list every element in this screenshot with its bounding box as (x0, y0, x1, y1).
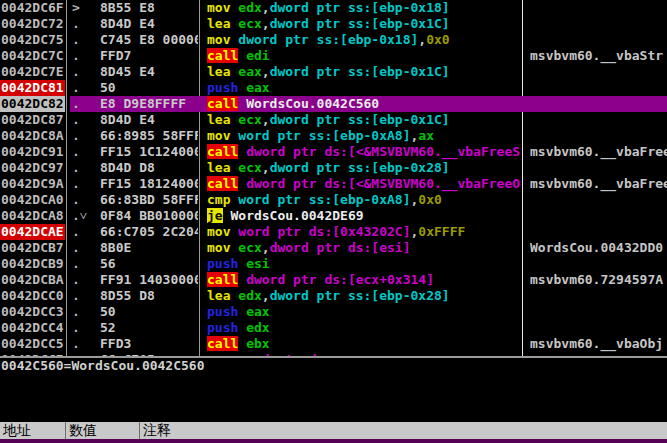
opcode-bytes-cell: 8D55 D8 (100, 288, 198, 304)
disassembly-pane[interactable]: 0042DC6F>8B55 E8mov edx,dword ptr ss:[eb… (0, 0, 667, 356)
comment-cell (530, 112, 667, 128)
instruction-token: ebx (246, 336, 269, 351)
disasm-row[interactable]: 0042DCC0.8D55 D8lea edx,dword ptr ss:[eb… (0, 288, 667, 304)
opcode-bytes-cell: FF15 18124000 (100, 176, 198, 192)
analysis-mark: . (72, 192, 98, 208)
instruction-token: dword ptr ds:[ecx+0x314] (246, 272, 434, 287)
footer-column-address[interactable]: 地址 (0, 422, 65, 439)
instruction-token: dword ptr ds:[<&MSVBVM60.__vbaFreeStr>] (246, 144, 521, 159)
disasm-row[interactable]: 0042DCC7.66:C705mov word ptr ds: (0, 352, 667, 356)
analysis-mark: . (72, 32, 98, 48)
disasm-row[interactable]: 0042DC6F>8B55 E8mov edx,dword ptr ss:[eb… (0, 0, 667, 16)
instruction-cell: je WordsCou.0042DE69 (207, 208, 521, 224)
instruction-token: lea (207, 16, 238, 31)
comment-cell (530, 32, 667, 48)
disasm-row[interactable]: 0042DC81.50push eax (0, 80, 667, 96)
disasm-row[interactable]: 0042DC9A.FF15 18124000call dword ptr ds:… (0, 176, 667, 192)
disasm-row[interactable]: 0042DC7C.FFD7call edimsvbvm60.__vbaStr (0, 48, 667, 64)
footer-column-comment[interactable]: 注释 (140, 422, 667, 439)
disasm-row[interactable]: 0042DC7E.8D45 E4lea eax,dword ptr ss:[eb… (0, 64, 667, 80)
instruction-token: push (207, 80, 238, 95)
opcode-bytes-cell: 66:C705 (100, 352, 198, 356)
instruction-token: call (207, 96, 238, 111)
opcode-bytes-cell: C745 E8 00000000 (100, 32, 198, 48)
comment-cell (530, 96, 667, 112)
window-bottom-border (0, 439, 667, 443)
disasm-row[interactable]: 0042DCC4.52push edx (0, 320, 667, 336)
disasm-row[interactable]: 0042DCBA.FF91 14030000call dword ptr ds:… (0, 272, 667, 288)
instruction-token: dword ptr ss:[ebp-0x18] (270, 0, 450, 15)
analysis-mark: . (72, 272, 98, 288)
footer-column-value[interactable]: 数值 (66, 422, 139, 439)
disasm-row[interactable]: 0042DCB7.8B0Emov ecx,dword ptr ds:[esi]W… (0, 240, 667, 256)
instruction-token: , (262, 16, 270, 31)
opcode-bytes-cell: 8D4D E4 (100, 16, 198, 32)
comment-cell (530, 160, 667, 176)
instruction-token: , (262, 0, 270, 15)
disasm-row[interactable]: 0042DCA0.66:83BD 58FFFFFF 00cmp word ptr… (0, 192, 667, 208)
instruction-token: call (207, 336, 238, 351)
disasm-row[interactable]: 0042DCAE.66:C705 2C204300 FFFFmov word p… (0, 224, 667, 240)
instruction-token: edi (246, 48, 269, 63)
comment-cell (530, 304, 667, 320)
address-cell: 0042DCB7 (0, 240, 66, 256)
comment-cell (530, 0, 667, 16)
instruction-cell: lea eax,dword ptr ss:[ebp-0x1C] (207, 64, 521, 80)
disasm-row[interactable]: 0042DC72.8D4D E4lea ecx,dword ptr ss:[eb… (0, 16, 667, 32)
instruction-token: lea (207, 112, 238, 127)
disasm-row[interactable]: 0042DCA8.˅0F84 BB010000je WordsCou.0042D… (0, 208, 667, 224)
analysis-mark: . (72, 16, 98, 32)
comment-cell (530, 128, 667, 144)
comment-cell: msvbvm60.__vbaObj (530, 336, 667, 352)
opcode-bytes-cell: 8D4D E4 (100, 112, 198, 128)
address-cell: 0042DCA8 (0, 208, 66, 224)
info-pane-line[interactable]: 0042C560=WordsCou.0042C560 (1, 358, 205, 374)
instruction-token: 0xFFFF (418, 224, 465, 239)
bottom-column-header-bar: 地址 数值 注释 (0, 421, 667, 439)
instruction-cell: mov word ptr ds:[0x43202C],0xFFFF (207, 224, 521, 240)
disasm-row[interactable]: 0042DC91.FF15 1C124000call dword ptr ds:… (0, 144, 667, 160)
instruction-token: edx (246, 320, 269, 335)
instruction-token: je (207, 208, 223, 223)
address-cell: 0042DC87 (0, 112, 66, 128)
comment-cell: msvbvm60.__vbaFree (530, 176, 667, 192)
instruction-cell: mov word ptr ss:[ebp-0xA8],ax (207, 128, 521, 144)
instruction-token: mov (207, 0, 238, 15)
address-cell: 0042DCBA (0, 272, 66, 288)
info-pane[interactable]: 0042C560=WordsCou.0042C560 (0, 358, 667, 421)
disasm-row[interactable]: 0042DC87.8D4D E4lea ecx,dword ptr ss:[eb… (0, 112, 667, 128)
analysis-mark: . (72, 288, 98, 304)
address-cell: 0042DCAE (0, 224, 65, 240)
disasm-row[interactable]: 0042DC8A.66:8985 58FFFFFFmov word ptr ss… (0, 128, 667, 144)
analysis-mark: . (72, 336, 98, 352)
address-cell: 0042DC7E (0, 64, 66, 80)
instruction-token (238, 320, 246, 335)
comment-cell (530, 208, 667, 224)
address-cell: 0042DCC7 (0, 352, 66, 356)
comment-cell (530, 16, 667, 32)
instruction-token: call (207, 144, 238, 159)
address-cell: 0042DC9A (0, 176, 66, 192)
disasm-row[interactable]: 0042DCC5.FFD3call ebxmsvbvm60.__vbaObj (0, 336, 667, 352)
instruction-token: dword ptr ss:[ebp-0x18] (238, 32, 418, 47)
instruction-token: , (418, 32, 426, 47)
address-cell: 0042DC97 (0, 160, 66, 176)
disasm-row[interactable]: 0042DC97.8D4D D8lea ecx,dword ptr ss:[eb… (0, 160, 667, 176)
analysis-mark: . (72, 112, 98, 128)
instruction-cell: call dword ptr ds:[ecx+0x314] (207, 272, 521, 288)
address-cell: 0042DC82 (0, 96, 65, 112)
instruction-token: eax (246, 80, 269, 95)
opcode-bytes-cell: E8 D9E8FFFF (100, 96, 198, 112)
opcode-bytes-cell: 50 (100, 304, 198, 320)
disasm-row[interactable]: 0042DC75.C745 E8 00000000mov dword ptr s… (0, 32, 667, 48)
disasm-row[interactable]: 0042DC82.E8 D9E8FFFFcall WordsCou.0042C5… (0, 96, 667, 112)
instruction-token: , (262, 240, 270, 255)
disasm-row[interactable]: 0042DCB9.56push esi (0, 256, 667, 272)
instruction-token: WordsCou.0042C560 (246, 96, 379, 111)
opcode-bytes-cell: 56 (100, 256, 198, 272)
instruction-cell: mov dword ptr ss:[ebp-0x18],0x0 (207, 32, 521, 48)
instruction-token: word ptr ds: (238, 352, 332, 356)
instruction-token (238, 304, 246, 319)
disasm-row[interactable]: 0042DCC3.50push eax (0, 304, 667, 320)
comment-cell (530, 288, 667, 304)
